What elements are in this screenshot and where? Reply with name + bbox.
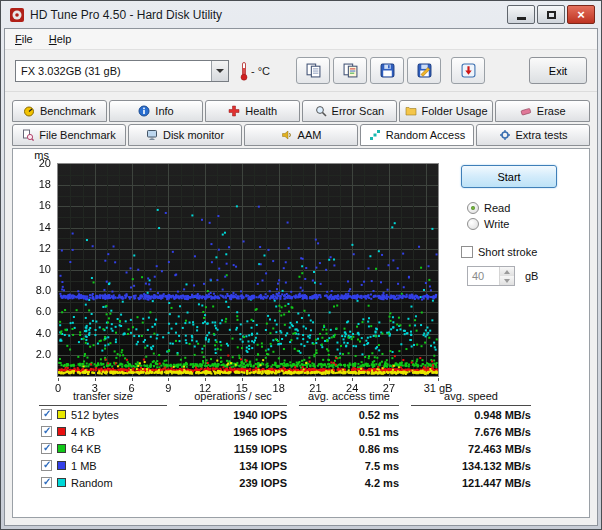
window-controls: × bbox=[507, 5, 595, 24]
tab-erase[interactable]: Erase bbox=[495, 100, 590, 122]
window-body: File Help FX 3.032GB (31 gB) - °C bbox=[4, 28, 598, 526]
x-tickmark bbox=[438, 378, 439, 381]
aam-icon bbox=[281, 129, 293, 141]
read-label: Read bbox=[484, 202, 510, 214]
tab-label: Health bbox=[245, 105, 277, 117]
speed-value: 72.463 MB/s bbox=[411, 443, 531, 455]
x-tick-label: 15 bbox=[236, 382, 248, 394]
tab-label: Random Access bbox=[386, 129, 465, 141]
random-access-icon bbox=[369, 129, 381, 141]
x-tick-label: 27 bbox=[383, 382, 395, 394]
info-icon bbox=[138, 105, 150, 117]
x-tick-label: 18 bbox=[273, 382, 285, 394]
menu-file[interactable]: File bbox=[7, 31, 41, 47]
drive-select-value: FX 3.032GB (31 gB) bbox=[16, 65, 211, 77]
tab-extra-tests[interactable]: Extra tests bbox=[476, 124, 590, 146]
series-label: Random bbox=[71, 477, 113, 489]
copy-image-button[interactable] bbox=[296, 57, 330, 84]
speed-value: 7.676 MB/s bbox=[411, 426, 531, 438]
random-access-panel: ms 2018161412108.06.04.02.00369121518212… bbox=[12, 148, 590, 518]
x-tickmark bbox=[132, 378, 133, 381]
random-access-plot bbox=[57, 163, 439, 377]
ops-value: 239 IOPS bbox=[179, 477, 287, 489]
tab-info[interactable]: Info bbox=[109, 100, 204, 122]
minimize-button[interactable] bbox=[507, 5, 535, 24]
tab-random-access[interactable]: Random Access bbox=[360, 124, 474, 146]
series-color-swatch bbox=[57, 461, 66, 470]
start-button[interactable]: Start bbox=[461, 165, 557, 188]
x-tickmark bbox=[242, 378, 243, 381]
series-checkbox[interactable] bbox=[41, 426, 52, 437]
benchmark-icon bbox=[23, 105, 35, 117]
file-benchmark-icon bbox=[22, 129, 34, 141]
exit-button[interactable]: Exit bbox=[529, 57, 587, 84]
drive-select[interactable]: FX 3.032GB (31 gB) bbox=[15, 60, 229, 82]
titlebar[interactable]: HD Tune Pro 4.50 - Hard Disk Utility × bbox=[4, 1, 598, 28]
series-checkbox[interactable] bbox=[41, 477, 52, 488]
y-tick-label: 12 bbox=[21, 242, 51, 254]
thermometer-icon bbox=[239, 61, 249, 81]
write-radio[interactable]: Write bbox=[467, 218, 581, 230]
table-row: Random 239 IOPS 4.2 ms 121.447 MB/s bbox=[39, 474, 589, 491]
tab-label: Benchmark bbox=[40, 105, 96, 117]
tab-file-benchmark[interactable]: File Benchmark bbox=[12, 124, 126, 146]
tab-folder-usage[interactable]: Folder Usage bbox=[399, 100, 494, 122]
x-tick-label: 3 bbox=[92, 382, 98, 394]
toolbar-button-group bbox=[296, 57, 441, 84]
app-icon bbox=[9, 7, 25, 23]
series-color-swatch bbox=[57, 444, 66, 453]
maximize-button[interactable] bbox=[537, 5, 565, 24]
series-label: 1 MB bbox=[71, 460, 97, 472]
tab-aam[interactable]: AAM bbox=[244, 124, 358, 146]
ops-value: 134 IOPS bbox=[179, 460, 287, 472]
chevron-down-icon[interactable] bbox=[211, 61, 228, 81]
access-time-value: 0.52 ms bbox=[299, 409, 399, 421]
capture-button[interactable] bbox=[451, 57, 485, 84]
side-controls: Start Read Write Short stroke bbox=[461, 163, 581, 377]
x-tick-label: 24 bbox=[346, 382, 358, 394]
series-color-swatch bbox=[57, 478, 66, 487]
x-tickmark bbox=[352, 378, 353, 381]
spin-up-icon[interactable] bbox=[500, 267, 514, 276]
short-stroke-checkbox[interactable]: Short stroke bbox=[461, 246, 581, 258]
speed-value: 0.948 MB/s bbox=[411, 409, 531, 421]
x-tickmark bbox=[315, 378, 316, 381]
tab-benchmark[interactable]: Benchmark bbox=[12, 100, 107, 122]
save-text-button[interactable] bbox=[407, 57, 441, 84]
x-tickmark bbox=[168, 378, 169, 381]
tab-health[interactable]: Health bbox=[205, 100, 300, 122]
series-color-swatch bbox=[57, 410, 66, 419]
tab-error-scan[interactable]: Error Scan bbox=[302, 100, 397, 122]
folder-usage-icon bbox=[405, 105, 417, 117]
radio-icon bbox=[467, 202, 479, 214]
read-radio[interactable]: Read bbox=[467, 202, 581, 214]
speed-value: 134.132 MB/s bbox=[411, 460, 531, 472]
menu-help[interactable]: Help bbox=[41, 31, 80, 47]
series-label: 512 bytes bbox=[71, 409, 119, 421]
x-tick-label: 31 gB bbox=[424, 382, 453, 394]
spinner bbox=[499, 267, 514, 285]
series-label: 4 KB bbox=[71, 426, 95, 438]
series-cell: Random bbox=[39, 477, 167, 489]
tab-label: Disk monitor bbox=[163, 129, 224, 141]
tab-disk-monitor[interactable]: Disk monitor bbox=[128, 124, 242, 146]
short-stroke-size-input[interactable]: 40 bbox=[467, 266, 515, 286]
mode-group: Read Write bbox=[467, 202, 581, 230]
access-time-value: 0.86 ms bbox=[299, 443, 399, 455]
series-checkbox[interactable] bbox=[41, 409, 52, 420]
copy-text-button[interactable] bbox=[333, 57, 367, 84]
spin-down-icon[interactable] bbox=[500, 276, 514, 285]
tab-label: Extra tests bbox=[516, 129, 568, 141]
maximize-icon bbox=[547, 11, 556, 19]
ops-value: 1940 IOPS bbox=[179, 409, 287, 421]
col-header-operations: operations / sec bbox=[179, 390, 287, 406]
series-checkbox[interactable] bbox=[41, 443, 52, 454]
series-checkbox[interactable] bbox=[41, 460, 52, 471]
series-color-swatch bbox=[57, 427, 66, 436]
y-tick-label: 20 bbox=[21, 157, 51, 169]
erase-icon bbox=[520, 105, 532, 117]
close-button[interactable]: × bbox=[567, 5, 595, 24]
short-stroke-unit: gB bbox=[525, 270, 538, 282]
exit-label: Exit bbox=[549, 65, 567, 77]
save-image-button[interactable] bbox=[370, 57, 404, 84]
